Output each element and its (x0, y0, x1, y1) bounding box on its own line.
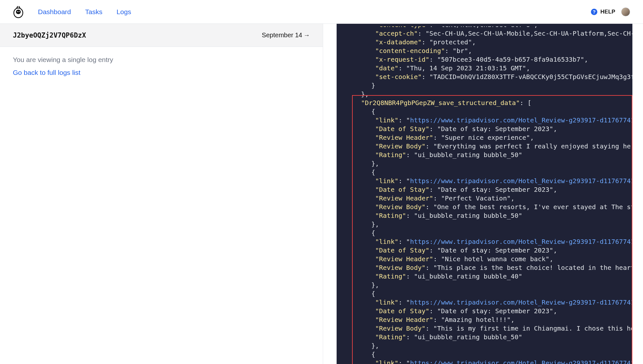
entry-id: J2byeOQZj2V7QP6DzX (13, 31, 86, 39)
code-line: "accept-ch": "Sec-CH-UA,Sec-CH-UA-Mobile… (337, 29, 632, 38)
code-line: "Date of Stay": "Date of stay: September… (337, 125, 632, 133)
code-line: "link": "https://www.tripadvisor.com/Hot… (337, 237, 632, 246)
code-panel[interactable]: "content-type": "text/html;charset=utf-8… (337, 24, 632, 364)
top-nav: Dashboard Tasks Logs ? HELP (0, 0, 643, 24)
nav-link-dashboard[interactable]: Dashboard (38, 8, 71, 16)
code-line: "Review Header": "Perfect Vacation", (337, 194, 632, 203)
code-line: "Review Body": "This place is the best c… (337, 263, 632, 272)
code-line: { (337, 229, 632, 237)
entry-date-link[interactable]: September 14 → (262, 31, 310, 39)
code-line: } (337, 81, 632, 90)
code-line: "Review Header": "Amazing hotel!!!", (337, 315, 632, 324)
code-line: "Rating": "ui_bubble_rating bubble_50" (337, 151, 632, 159)
nav-right: ? HELP (591, 7, 630, 16)
svg-point-3 (19, 11, 20, 12)
code-line: "link": "https://www.tripadvisor.com/Hot… (337, 177, 632, 185)
code-line: "link": "https://www.tripadvisor.com/Hot… (337, 298, 632, 307)
code-line: "Review Header": "Nice hotel wanna come … (337, 255, 632, 263)
code-line: "Rating": "ui_bubble_rating bubble_40" (337, 272, 632, 281)
single-entry-msg: You are viewing a single log entry (13, 56, 310, 64)
code-line: "content-type": "text/html;charset=utf-8… (337, 26, 632, 29)
code-line: "Rating": "ui_bubble_rating bubble_50" (337, 333, 632, 342)
help-icon: ? (591, 8, 598, 15)
code-line: "link": "https://www.tripadvisor.com/Hot… (337, 359, 632, 364)
nav-link-tasks[interactable]: Tasks (85, 8, 103, 16)
svg-point-1 (16, 10, 21, 14)
code-line: { (337, 107, 632, 116)
help-link[interactable]: ? HELP (591, 8, 615, 15)
logo-icon[interactable] (13, 5, 24, 18)
code-line: "Rating": "ui_bubble_rating bubble_50" (337, 211, 632, 220)
entry-header: J2byeOQZj2V7QP6DzX September 14 → (0, 24, 323, 47)
left-panel: J2byeOQZj2V7QP6DzX September 14 → You ar… (0, 24, 323, 364)
code-line: "Review Body": "One of the best resorts,… (337, 203, 632, 211)
arrow-right-icon: → (303, 31, 310, 39)
code-line: { (337, 289, 632, 298)
help-label: HELP (600, 9, 615, 15)
nav-link-logs[interactable]: Logs (116, 8, 131, 16)
nav-left: Dashboard Tasks Logs (13, 5, 131, 18)
code-line: "Date of Stay": "Date of stay: September… (337, 246, 632, 255)
code-line: "date": "Thu, 14 Sep 2023 21:03:15 GMT", (337, 64, 632, 73)
code-line: "Dr2Q8NBR4PgbPGepZW_save_structured_data… (337, 99, 632, 107)
back-to-logs-link[interactable]: Go back to full logs list (13, 69, 310, 76)
code-line: { (337, 168, 632, 177)
code-inner: "content-type": "text/html;charset=utf-8… (337, 26, 632, 364)
entry-date-text: September 14 (262, 31, 302, 39)
code-line: "Date of Stay": "Date of stay: September… (337, 307, 632, 315)
code-line: "Review Body": "This is my first time in… (337, 324, 632, 333)
code-line: { (337, 350, 632, 359)
code-line: }, (337, 159, 632, 168)
body-area: J2byeOQZj2V7QP6DzX September 14 → You ar… (0, 24, 643, 364)
code-line: "link": "https://www.tripadvisor.com/Hot… (337, 116, 632, 125)
code-line: "set-cookie": "TADCID=DhQV1dZ80X3TTF-vAB… (337, 73, 632, 81)
code-line: "x-datadome": "protected", (337, 38, 632, 47)
svg-point-2 (17, 11, 18, 12)
code-line: }, (337, 90, 632, 99)
code-line: }, (337, 281, 632, 289)
right-panel: "content-type": "text/html;charset=utf-8… (323, 24, 643, 364)
code-line: "x-request-id": "507bcee3-40d5-4a59-b657… (337, 55, 632, 64)
code-line: }, (337, 220, 632, 229)
avatar[interactable] (621, 7, 630, 16)
code-line: "content-encoding": "br", (337, 47, 632, 55)
nav-links: Dashboard Tasks Logs (38, 8, 131, 16)
code-line: "Review Body": "Everything was perfect I… (337, 142, 632, 151)
entry-body: You are viewing a single log entry Go ba… (0, 47, 323, 85)
code-line: }, (337, 342, 632, 350)
code-line: "Review Header": "Super nice experience"… (337, 133, 632, 142)
svg-text:?: ? (593, 9, 596, 14)
code-line: "Date of Stay": "Date of stay: September… (337, 185, 632, 194)
